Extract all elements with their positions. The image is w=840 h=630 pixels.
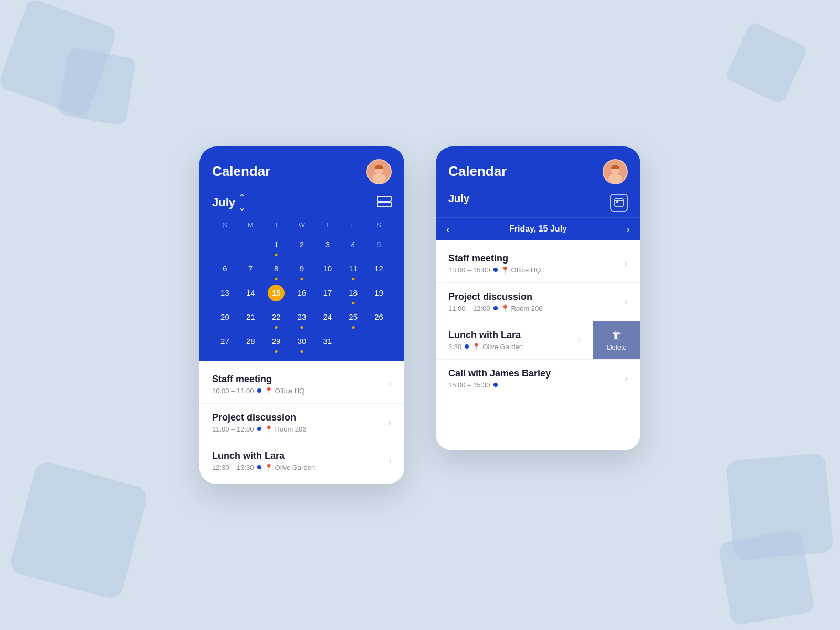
- day-header-f: F: [340, 219, 366, 231]
- calendar-day[interactable]: 3: [314, 233, 340, 256]
- calendar-week-row: 13141516171819: [212, 281, 392, 304]
- event-meta: 15:00 – 15:30: [448, 381, 625, 389]
- calendar-day[interactable]: 29: [264, 330, 289, 353]
- day-number: 29: [268, 333, 285, 350]
- calendar-day[interactable]: 2: [289, 233, 315, 256]
- event-item[interactable]: Staff meeting 13:00 – 15:00 📍Office HQ ›: [436, 245, 640, 283]
- left-calendar-grid: S M T W T F S 12345678910111213141516171…: [212, 219, 392, 353]
- event-dot: [275, 326, 278, 329]
- calendar-day[interactable]: 8: [264, 257, 289, 280]
- day-number: 31: [319, 333, 336, 350]
- day-number: 13: [216, 285, 233, 301]
- calendar-day[interactable]: 1: [264, 233, 289, 256]
- calendar-day[interactable]: 7: [238, 257, 264, 280]
- prev-day-button[interactable]: ‹: [446, 223, 450, 235]
- event-content: Staff meeting 13:00 – 15:00 📍Office HQ: [448, 253, 625, 274]
- calendar-day[interactable]: 13: [212, 281, 238, 304]
- calendar-day[interactable]: 19: [366, 281, 392, 304]
- event-item[interactable]: Staff meeting 10:00 – 11:00 📍Office HQ ›: [200, 365, 404, 404]
- event-time: 11:00 – 12:00: [448, 304, 490, 312]
- calendar-day[interactable]: 10: [314, 257, 340, 280]
- right-calendar-title: Calendar: [448, 163, 507, 180]
- event-dot: [275, 350, 278, 353]
- bg-decorative-5: [724, 21, 808, 104]
- svg-point-7: [608, 173, 622, 183]
- svg-point-2: [372, 173, 386, 183]
- calendar-day[interactable]: 6: [212, 257, 238, 280]
- event-time: 10:00 – 11:00: [212, 387, 254, 395]
- day-number: 1: [268, 236, 285, 253]
- calendar-day[interactable]: 18: [340, 281, 366, 304]
- calendar-day[interactable]: 28: [238, 330, 264, 353]
- right-header-top: Calendar: [448, 159, 628, 184]
- calendar-day[interactable]: 4: [340, 233, 366, 256]
- right-avatar[interactable]: [603, 159, 628, 184]
- next-day-button[interactable]: ›: [626, 223, 630, 235]
- day-header-s2: S: [366, 219, 392, 231]
- event-dot: [494, 306, 498, 310]
- day-number: 30: [293, 333, 310, 350]
- calendar-day[interactable]: 11: [340, 257, 366, 280]
- calendar-day[interactable]: 22: [264, 306, 289, 329]
- day-header-t2: T: [314, 219, 340, 231]
- event-dot: [465, 344, 469, 349]
- calendar-day[interactable]: 9: [289, 257, 315, 280]
- day-number: 9: [293, 260, 310, 277]
- calendar-day[interactable]: 20: [212, 306, 238, 329]
- event-meta: 13:00 – 15:00 📍Office HQ: [448, 266, 625, 274]
- delete-button[interactable]: 🗑 Delete: [593, 321, 640, 359]
- event-content: Lunch with Lara 12:30 – 13:30 📍Olive Gar…: [212, 450, 388, 471]
- svg-rect-8: [615, 199, 623, 206]
- left-month-label[interactable]: July ⌃⌄: [212, 193, 245, 213]
- bg-decorative-3: [8, 459, 149, 601]
- calendar-day[interactable]: 25: [340, 306, 366, 329]
- calendar-day[interactable]: 23: [289, 306, 315, 329]
- day-number: 10: [319, 260, 336, 277]
- event-dot: [352, 278, 354, 280]
- event-chevron-icon: ›: [625, 373, 628, 384]
- calendar-view-icon[interactable]: [610, 194, 628, 212]
- right-month-label: July: [448, 193, 469, 204]
- location-icon: 📍: [265, 387, 273, 395]
- right-event-list: Staff meeting 13:00 – 15:00 📍Office HQ ›…: [436, 240, 640, 450]
- calendar-day[interactable]: 24: [314, 306, 340, 329]
- day-header-t1: T: [264, 219, 289, 231]
- day-number: 27: [216, 333, 233, 350]
- event-item[interactable]: Call with James Barley 15:00 – 15:30 ›: [436, 360, 640, 397]
- right-phone: Calendar July: [436, 146, 640, 450]
- svg-rect-3: [377, 196, 391, 201]
- location-icon: 📍: [472, 343, 480, 351]
- day-number: 14: [242, 285, 259, 301]
- event-chevron-icon: ›: [625, 296, 628, 307]
- calendar-day[interactable]: 16: [289, 281, 315, 304]
- calendar-day: [340, 330, 366, 353]
- left-avatar[interactable]: [366, 159, 392, 184]
- event-title: Lunch with Lara: [448, 330, 578, 341]
- calendar-day[interactable]: 30: [289, 330, 315, 353]
- calendar-day[interactable]: 5: [366, 233, 392, 256]
- calendar-day[interactable]: 21: [238, 306, 264, 329]
- swipe-event-item[interactable]: Lunch with Lara 3:30 📍Olive Garden › 🗑 D…: [436, 321, 640, 360]
- day-number: 21: [242, 309, 259, 326]
- calendar-day[interactable]: 14: [238, 281, 264, 304]
- event-location: Room 206: [511, 304, 543, 312]
- calendar-day[interactable]: 17: [314, 281, 340, 304]
- calendar-day[interactable]: 15: [264, 281, 289, 304]
- event-dot: [275, 254, 278, 256]
- event-item[interactable]: Lunch with Lara 12:30 – 13:30 📍Olive Gar…: [200, 442, 404, 480]
- event-title: Staff meeting: [448, 253, 625, 264]
- view-toggle-icon[interactable]: [377, 196, 392, 209]
- day-number: 15: [268, 285, 285, 301]
- calendar-day[interactable]: 12: [366, 257, 392, 280]
- event-item[interactable]: Project discussion 11:00 – 12:00 📍Room 2…: [200, 404, 404, 442]
- event-item[interactable]: Project discussion 11:00 – 12:00 📍Room 2…: [436, 283, 640, 321]
- event-location: Office HQ: [275, 387, 305, 395]
- event-content: Lunch with Lara 3:30 📍Olive Garden: [448, 330, 578, 351]
- event-location: Room 206: [275, 425, 307, 433]
- day-number: 12: [371, 260, 387, 277]
- calendar-day[interactable]: 27: [212, 330, 238, 353]
- calendar-day[interactable]: 31: [314, 330, 340, 353]
- event-chevron-icon: ›: [388, 379, 392, 390]
- calendar-day[interactable]: 26: [366, 306, 392, 329]
- event-meta: 11:00 – 12:00 📍Room 206: [212, 425, 388, 433]
